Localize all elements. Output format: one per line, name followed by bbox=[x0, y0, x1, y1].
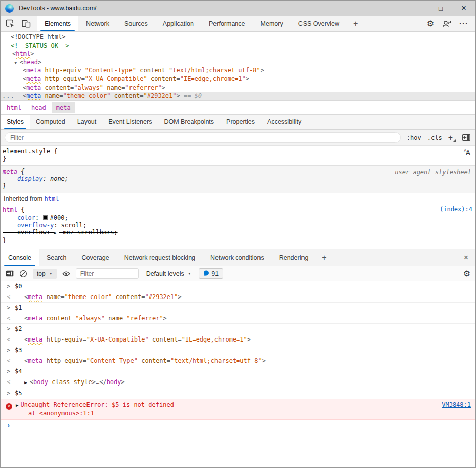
styles-tab-layout[interactable]: Layout bbox=[71, 115, 103, 129]
breadcrumb-item-head[interactable]: head bbox=[27, 102, 50, 113]
styles-sidebar-tabs: StylesComputedLayoutEvent ListenersDOM B… bbox=[1, 114, 475, 130]
console-sidebar-icon[interactable] bbox=[6, 270, 14, 277]
console-result-row[interactable]: <▶ <body class style>…</body> bbox=[1, 377, 475, 388]
expand-triangle-icon[interactable]: ▶ bbox=[16, 403, 18, 408]
clear-console-icon[interactable] bbox=[19, 270, 27, 278]
chevron-down-icon: ▼ bbox=[188, 272, 191, 275]
inherited-from-label: Inherited from bbox=[4, 195, 42, 202]
computed-sidebar-toggle-icon[interactable] bbox=[462, 134, 470, 141]
font-editor-icon[interactable]: AA bbox=[464, 149, 470, 157]
panel-tabs: ElementsNetworkSourcesApplicationPerform… bbox=[37, 16, 347, 31]
execution-context-selector[interactable]: top ▼ bbox=[33, 269, 57, 279]
tab-network[interactable]: Network bbox=[78, 16, 117, 31]
breadcrumb-item-meta[interactable]: meta bbox=[52, 102, 75, 113]
styles-tab-dom-breakpoints[interactable]: DOM Breakpoints bbox=[158, 115, 220, 129]
tab-sources[interactable]: Sources bbox=[117, 16, 155, 31]
inspect-element-icon[interactable] bbox=[6, 19, 15, 28]
console-input-echo: >$5 bbox=[1, 388, 475, 399]
css-declaration[interactable]: element.style { bbox=[3, 148, 473, 155]
settings-gear-icon[interactable]: ⚙ bbox=[427, 20, 434, 28]
log-levels-selector[interactable]: Default levels ▼ bbox=[144, 270, 193, 277]
context-label: top bbox=[37, 270, 46, 277]
chevron-left-icon: < bbox=[7, 313, 24, 324]
html-rule[interactable]: (index):4 html { color: #000; overflow-y… bbox=[1, 204, 475, 247]
class-toggle[interactable]: .cls bbox=[427, 134, 442, 141]
chevron-right-icon: > bbox=[7, 366, 15, 377]
element-style-rule[interactable]: element.style {} AA bbox=[1, 146, 475, 166]
console-input-echo: >$1 bbox=[1, 302, 475, 313]
tab-memory[interactable]: Memory bbox=[253, 16, 291, 31]
feedback-icon[interactable] bbox=[442, 20, 451, 28]
styles-filter-input[interactable] bbox=[5, 132, 401, 143]
css-declaration[interactable]: html { bbox=[3, 206, 473, 214]
styles-filter-bar: :hov .cls + bbox=[1, 130, 475, 146]
breadcrumb-item-html[interactable]: html bbox=[3, 102, 25, 113]
dom-tree-node[interactable]: <html> bbox=[1, 50, 475, 58]
css-declaration[interactable]: } bbox=[3, 237, 473, 244]
live-expression-eye-icon[interactable] bbox=[62, 271, 70, 277]
color-swatch[interactable] bbox=[43, 215, 48, 220]
console-settings-gear-icon[interactable]: ⚙ bbox=[463, 270, 470, 278]
tab-application[interactable]: Application bbox=[155, 16, 201, 31]
dom-tree-node[interactable]: ...<meta name="theme-color" content="#29… bbox=[1, 92, 475, 100]
more-drawer-tabs-button[interactable]: + bbox=[316, 249, 332, 266]
console-filter-input[interactable] bbox=[76, 268, 139, 279]
styles-tab-accessibility[interactable]: Accessibility bbox=[261, 115, 308, 129]
css-declaration[interactable]: display: none; bbox=[3, 175, 473, 183]
tab-elements[interactable]: Elements bbox=[37, 16, 78, 31]
dom-tree-node[interactable]: <!DOCTYPE html> bbox=[1, 33, 475, 41]
drawer-tab-search[interactable]: Search bbox=[39, 249, 74, 266]
stylesheet-source-link[interactable]: (index):4 bbox=[440, 206, 472, 213]
css-declaration[interactable]: overflow: ▶ -moz-scrollbars; bbox=[3, 229, 473, 237]
chevron-left-icon: < bbox=[7, 292, 24, 303]
console-prompt[interactable]: › bbox=[1, 420, 475, 431]
drawer-tab-network-conditions[interactable]: Network conditions bbox=[203, 249, 272, 266]
css-declaration[interactable]: color: #000; bbox=[3, 214, 473, 222]
error-source-link[interactable]: VM3848:1 bbox=[442, 401, 471, 409]
more-tabs-button[interactable]: + bbox=[347, 16, 364, 31]
chevron-right-icon: > bbox=[7, 345, 15, 356]
issues-counter[interactable]: 91 bbox=[199, 268, 223, 279]
console-result-row[interactable]: <<meta http-equiv="X-UA-Compatible" cont… bbox=[1, 334, 475, 345]
minimize-button[interactable]: — bbox=[406, 1, 429, 16]
console-error-row[interactable]: ×▶Uncaught ReferenceError: $5 is not def… bbox=[1, 399, 475, 420]
dom-tree-node[interactable]: <meta content="always" name="referrer"> bbox=[1, 83, 475, 92]
titlebar: DevTools - www.baidu.com/ — □ × bbox=[1, 1, 475, 16]
css-declaration[interactable]: overflow-y: scroll; bbox=[3, 222, 473, 229]
user-agent-rule: user agent stylesheet meta { display: no… bbox=[1, 166, 475, 193]
chevron-right-icon: > bbox=[7, 388, 15, 399]
maximize-button[interactable]: □ bbox=[429, 1, 452, 16]
console-result-row[interactable]: <<meta http-equiv="Content-Type" content… bbox=[1, 356, 475, 366]
close-drawer-icon[interactable]: × bbox=[457, 249, 475, 266]
inherited-node-link[interactable]: html bbox=[45, 195, 59, 202]
tab-performance[interactable]: Performance bbox=[201, 16, 253, 31]
console-result-row[interactable]: <<meta content="always" name="referrer"> bbox=[1, 313, 475, 324]
styles-tab-event-listeners[interactable]: Event Listeners bbox=[102, 115, 158, 129]
css-declaration[interactable]: } bbox=[3, 183, 473, 190]
device-toolbar-icon[interactable] bbox=[22, 20, 31, 28]
dom-tree-node[interactable]: <meta http-equiv="X-UA-Compatible" conte… bbox=[1, 75, 475, 83]
styles-tab-styles[interactable]: Styles bbox=[1, 115, 30, 129]
drawer-tab-console[interactable]: Console bbox=[1, 249, 39, 266]
tab-css-overview[interactable]: CSS Overview bbox=[291, 16, 347, 31]
styles-tab-properties[interactable]: Properties bbox=[220, 115, 261, 129]
hover-state-toggle[interactable]: :hov bbox=[407, 134, 421, 141]
stylesheet-origin-label: user agent stylesheet bbox=[395, 168, 471, 176]
close-button[interactable]: × bbox=[452, 1, 475, 16]
dom-tree-node[interactable]: <meta http-equiv="Content-Type" content=… bbox=[1, 66, 475, 75]
console-result-row[interactable]: <<meta name="theme-color" content="#2932… bbox=[1, 292, 475, 303]
styles-tab-computed[interactable]: Computed bbox=[30, 115, 71, 129]
drawer-tab-network-request-blocking[interactable]: Network request blocking bbox=[117, 249, 203, 266]
error-icon: × bbox=[6, 403, 12, 410]
console-toolbar: top ▼ Default levels ▼ 91 ⚙ bbox=[1, 266, 475, 281]
dom-tree-node[interactable]: <!--STATUS OK--> bbox=[1, 41, 475, 50]
node-more-gutter[interactable]: ... bbox=[2, 92, 15, 100]
levels-label: Default levels bbox=[146, 270, 184, 277]
drawer-tab-rendering[interactable]: Rendering bbox=[272, 249, 316, 266]
edge-logo-icon bbox=[5, 4, 14, 13]
drawer-tab-coverage[interactable]: Coverage bbox=[74, 249, 116, 266]
more-options-icon[interactable]: ··· bbox=[459, 19, 468, 28]
dom-tree-node[interactable]: ▼ <head> bbox=[1, 58, 475, 67]
new-style-rule-button[interactable]: + bbox=[448, 134, 456, 142]
css-declaration[interactable]: } bbox=[3, 155, 473, 163]
